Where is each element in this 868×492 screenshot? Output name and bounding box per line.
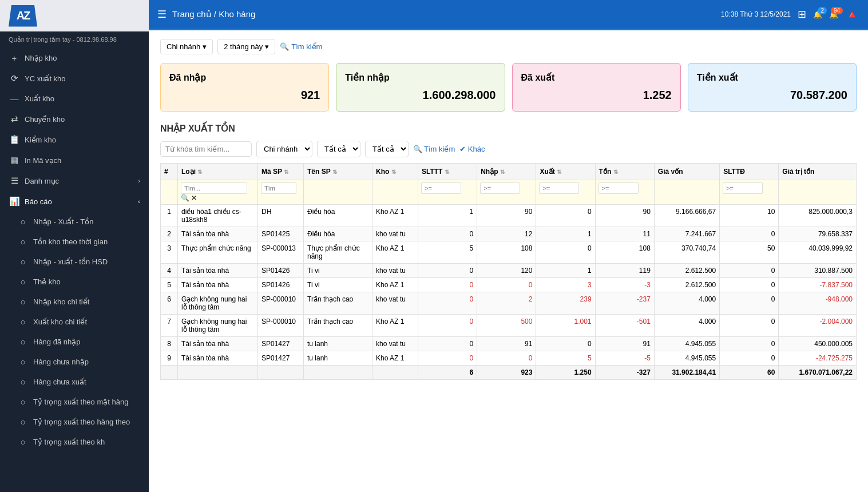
sidebar-item-nhap-kho[interactable]: + Nhập kho — [0, 48, 149, 68]
period-filter[interactable]: 2 tháng này ▾ — [217, 39, 275, 54]
clear-icon-loai[interactable]: ✕ — [191, 194, 197, 202]
search-cell-tensp — [304, 180, 372, 205]
cell-slttd: 0 — [720, 292, 779, 315]
grid-icon[interactable]: ⊞ — [798, 8, 806, 21]
search-masp-input[interactable] — [261, 182, 296, 194]
sidebar-item-yc-xuat-kho[interactable]: ⟳ YC xuất kho — [0, 68, 149, 89]
cell-tensp: tu lanh — [304, 337, 372, 351]
col-header-nhap[interactable]: Nhập ⇅ — [477, 164, 536, 180]
search-ton-input[interactable] — [599, 182, 639, 194]
chi-nhanh-select[interactable]: Chi nhánh — [256, 141, 312, 157]
footer-nhap: 923 — [477, 366, 536, 380]
search-cell-masp[interactable] — [258, 180, 304, 205]
khac-button[interactable]: ✔ Khác — [459, 145, 485, 153]
col-header-kho[interactable]: Kho ⇅ — [372, 164, 418, 180]
card-tien-nhap: Tiền nhập 1.600.298.000 — [336, 63, 505, 112]
sidebar-item-xuat-kho-chi-tiet[interactable]: ○ Xuất kho chi tiết — [0, 312, 149, 332]
col-header-tensp[interactable]: Tên SP ⇅ — [304, 164, 372, 180]
cell-loai: Tài sản tòa nhà — [178, 264, 258, 278]
search-cell-xuat[interactable] — [536, 180, 595, 205]
card-da-nhap-value: 921 — [169, 89, 320, 102]
card-da-nhap: Đã nhập 921 — [160, 63, 329, 112]
search-nhap-input[interactable] — [480, 182, 520, 194]
notification-badge-1[interactable]: 🔔 2 — [813, 10, 822, 19]
circle-icon-3: ○ — [17, 257, 29, 267]
col-header-giavon[interactable]: Giá vốn — [654, 164, 719, 180]
breadcrumb-home[interactable]: Trang chủ — [172, 9, 212, 19]
notification-badge-2[interactable]: 🔔 94 — [829, 10, 838, 19]
col-header-ton[interactable]: Tồn ⇅ — [595, 164, 654, 180]
cell-xuat: 1 — [536, 227, 595, 241]
table-search-button[interactable]: 🔍 Tìm kiếm — [413, 145, 455, 153]
cell-slttd: 0 — [720, 278, 779, 292]
sidebar-item-nhap-xuat-ton[interactable]: ○ Nhập - Xuất - Tồn — [0, 212, 149, 232]
cell-slttd: 0 — [720, 337, 779, 351]
table-search-row: 🔍 ✕ — [161, 180, 857, 205]
col-header-xuat[interactable]: Xuất ⇅ — [536, 164, 595, 180]
search-cell-slttt[interactable] — [418, 180, 477, 205]
chi-nhanh-filter[interactable]: Chi nhánh ▾ — [160, 39, 213, 54]
keyword-search-input[interactable] — [160, 141, 252, 157]
sidebar-item-the-kho[interactable]: ○ Thẻ kho — [0, 272, 149, 292]
category-select-2[interactable]: Tất cả — [365, 141, 409, 157]
barcode-icon: ▦ — [9, 155, 20, 165]
cell-kho: kho vat tu — [372, 264, 418, 278]
cell-masp: SP-000010 — [258, 292, 304, 315]
sidebar-item-hang-chua-nhap[interactable]: ○ Hàng chưa nhập — [0, 352, 149, 372]
cell-giavon: 370.740,74 — [654, 241, 719, 264]
search-xuat-input[interactable] — [539, 182, 579, 194]
category-select-1[interactable]: Tất cả — [317, 141, 360, 157]
search-loai-input[interactable] — [181, 182, 247, 194]
search-cell-giatiton — [779, 180, 857, 205]
header-right: 10:38 Thứ 3 12/5/2021 ⊞ 🔔 2 🔔 94 🔺 — [721, 7, 859, 21]
sidebar-item-nhap-kho-chi-tiet[interactable]: ○ Nhập kho chi tiết — [0, 292, 149, 312]
cell-masp: SP01426 — [258, 264, 304, 278]
tagline: Quản trị trong tầm tay - 0812.98.68.98 — [0, 31, 149, 48]
search-cell-slttd[interactable] — [720, 180, 779, 205]
sidebar-item-bao-cao[interactable]: 📊 Báo cáo ‹ — [0, 191, 149, 212]
col-header-loai[interactable]: Loại ⇅ — [178, 164, 258, 180]
cell-tensp: Điều hòa — [304, 205, 372, 227]
col-header-slttd[interactable]: SLTTĐ — [720, 164, 779, 180]
cell-giatiton: 79.658.337 — [779, 227, 857, 241]
list-icon: ☰ — [9, 176, 20, 186]
search-slttd-input[interactable] — [723, 182, 763, 194]
sidebar-item-xuat-kho[interactable]: — Xuất kho — [0, 89, 149, 109]
content-area: Chi nhánh ▾ 2 tháng này ▾ 🔍 Tìm kiếm Đã … — [149, 30, 868, 492]
sidebar-item-chuyen-kho[interactable]: ⇄ Chuyển kho — [0, 109, 149, 129]
sidebar-item-ton-kho-theo-thoi-gian[interactable]: ○ Tồn kho theo thời gian — [0, 232, 149, 252]
cell-loai: Tài sản tòa nhà — [178, 337, 258, 351]
search-cell-nhap[interactable] — [477, 180, 536, 205]
cell-kho: Kho AZ 1 — [372, 241, 418, 264]
col-header-slttt[interactable]: SLTTT ⇅ — [418, 164, 477, 180]
sidebar-item-ty-trong-kh[interactable]: ○ Tỷ trọng xuất theo kh — [0, 432, 149, 452]
sidebar-item-in-ma-vach[interactable]: ▦ In Mã vạch — [0, 150, 149, 170]
search-icon-table: 🔍 — [413, 145, 422, 153]
col-header-masp[interactable]: Mã SP ⇅ — [258, 164, 304, 180]
search-icon-loai[interactable]: 🔍 — [181, 194, 189, 202]
sidebar-item-ty-trong-mat-hang[interactable]: ○ Tỷ trọng xuất theo mặt hàng — [0, 392, 149, 412]
cell-slttt: 1 — [418, 205, 477, 227]
search-link[interactable]: 🔍 Tìm kiếm — [280, 42, 322, 51]
search-cell-ton[interactable] — [595, 180, 654, 205]
cell-masp: SP01427 — [258, 351, 304, 366]
cell-slttt: 5 — [418, 241, 477, 264]
sidebar-item-hang-chua-xuat[interactable]: ○ Hàng chưa xuất — [0, 372, 149, 392]
sidebar-item-danh-muc[interactable]: ☰ Danh mục › — [0, 170, 149, 191]
hamburger-icon[interactable]: ☰ — [157, 8, 167, 21]
sidebar-item-kiem-kho[interactable]: 📋 Kiểm kho — [0, 129, 149, 150]
table-row: 9 Tài sản tòa nhà SP01427 tu lanh Kho AZ… — [161, 351, 857, 366]
cell-masp: SP-000013 — [258, 241, 304, 264]
footer-loai — [178, 366, 258, 380]
search-slttt-input[interactable] — [421, 182, 461, 194]
main-area: ☰ Trang chủ / Kho hàng 10:38 Thứ 3 12/5/… — [149, 0, 868, 492]
user-avatar-icon[interactable]: 🔺 — [845, 7, 859, 21]
col-header-giatiton[interactable]: Giá trị tồn — [779, 164, 857, 180]
sidebar-item-nhap-xuat-ton-hsd[interactable]: ○ Nhập - xuất - tồn HSD — [0, 252, 149, 272]
sidebar-item-ty-trong-hang-theo[interactable]: ○ Tỷ trọng xuất theo hàng theo — [0, 412, 149, 432]
cell-kho: kho vat tu — [372, 227, 418, 241]
sidebar-item-hang-da-nhap[interactable]: ○ Hàng đã nhập — [0, 332, 149, 352]
search-cell-loai[interactable]: 🔍 ✕ — [178, 180, 258, 205]
cell-nhap: 91 — [477, 337, 536, 351]
table-footer-row: 6 923 1.250 -327 31.902.184,41 60 1.670.… — [161, 366, 857, 380]
